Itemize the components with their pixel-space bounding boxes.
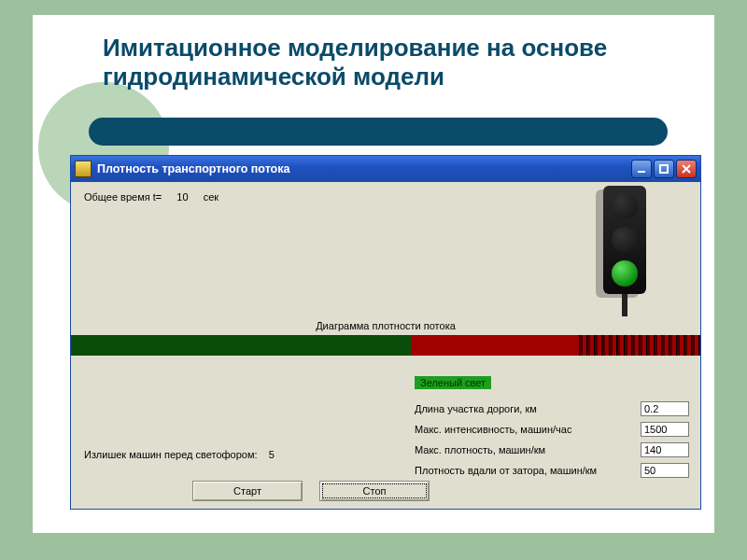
sim-time: Общее время t= 10 сек — [84, 191, 218, 203]
slide: Имитационное моделирование на основе гид… — [33, 15, 714, 533]
stop-button[interactable]: Стоп — [319, 481, 430, 501]
time-value: 10 — [176, 191, 188, 203]
light-state-label: Зеленый свет — [415, 376, 491, 389]
far-density-label: Плотность вдали от затора, машин/км — [415, 465, 641, 476]
param-row-length: Длина участка дороги, км 0.2 — [415, 399, 689, 419]
length-field[interactable]: 0.2 — [641, 401, 689, 416]
param-row-max-density: Макс. плотность, машин/км 140 — [415, 440, 689, 460]
diagram-label: Диаграмма плотности потока — [71, 320, 700, 331]
param-row-far-density: Плотность вдали от затора, машин/км 50 — [415, 460, 689, 481]
slide-title: Имитационное моделирование на основе гид… — [103, 34, 672, 91]
window-titlebar: Плотность транспортного потока — [71, 156, 700, 182]
close-icon — [682, 164, 691, 174]
lamp-red — [612, 193, 638, 219]
lamp-green — [612, 260, 638, 287]
parameters-panel: Длина участка дороги, км 0.2 Макс. интен… — [415, 399, 689, 481]
time-unit: сек — [204, 191, 218, 203]
max-density-label: Макс. плотность, машин/км — [415, 444, 641, 455]
app-icon — [75, 161, 92, 177]
minimize-button[interactable] — [631, 160, 652, 178]
max-intensity-field[interactable]: 1500 — [641, 422, 689, 437]
svg-rect-1 — [660, 165, 668, 173]
surplus-value: 5 — [269, 449, 275, 460]
density-diagram — [71, 335, 700, 356]
minimize-icon — [637, 164, 646, 174]
far-density-field[interactable]: 50 — [641, 463, 689, 478]
title-bar-decoration — [89, 118, 668, 146]
time-label: Общее время t= — [84, 191, 162, 203]
close-button[interactable] — [676, 160, 697, 178]
length-label: Длина участка дороги, км — [415, 403, 641, 414]
traffic-light-icon — [562, 186, 684, 316]
window-title: Плотность транспортного потока — [97, 162, 289, 175]
param-row-max-intensity: Макс. интенсивность, машин/час 1500 — [415, 419, 689, 440]
maximize-button[interactable] — [654, 160, 674, 178]
density-green-segment — [71, 335, 411, 356]
surplus-line: Излишек машин перед светофором: 5 — [84, 449, 275, 460]
max-intensity-label: Макс. интенсивность, машин/час — [415, 424, 641, 435]
max-density-field[interactable]: 140 — [641, 442, 689, 457]
density-red-segment — [411, 335, 700, 356]
surplus-label: Излишек машин перед светофором: — [84, 449, 258, 460]
svg-rect-0 — [638, 171, 645, 173]
lamp-yellow — [612, 227, 638, 253]
window-client-area: Общее время t= 10 сек Диаграмма плотност… — [71, 182, 700, 509]
start-button[interactable]: Старт — [192, 481, 303, 501]
app-window: Плотность транспортного потока Общее вре… — [70, 155, 701, 510]
button-row: Старт Стоп — [192, 481, 430, 501]
maximize-icon — [659, 164, 669, 174]
